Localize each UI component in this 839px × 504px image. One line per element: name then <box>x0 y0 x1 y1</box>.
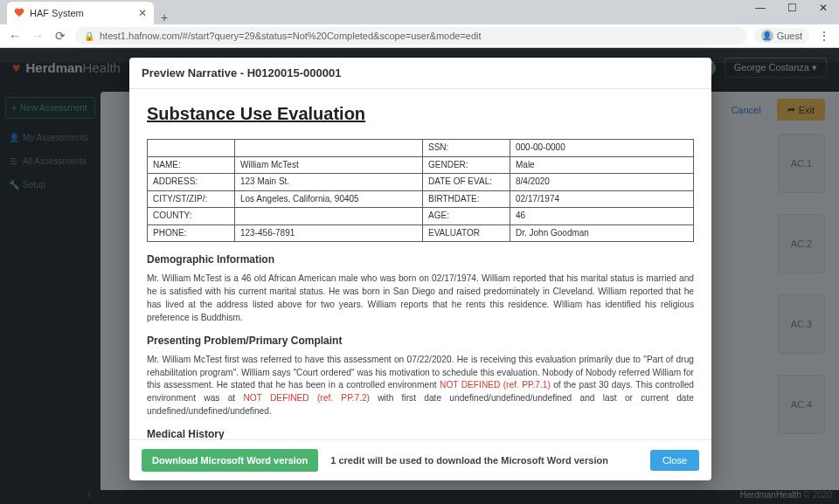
table-cell: COUNTY: <box>148 208 235 225</box>
table-cell: 02/17/1974 <box>510 190 694 208</box>
url-text: htest1.hafnow.com/#/start?query=29&statu… <box>100 31 482 41</box>
table-cell: PHONE: <box>148 224 235 242</box>
section-heading-medical: Medical History <box>147 427 694 439</box>
table-cell: ADDRESS: <box>148 174 235 191</box>
download-word-button[interactable]: Download Microsoft Word version <box>142 449 318 472</box>
table-cell: William McTest <box>235 156 423 174</box>
patient-info-table: SSN:000-00-0000NAME:William McTestGENDER… <box>147 139 694 242</box>
demographic-paragraph: Mr. William McTest is a 46 old African A… <box>147 273 694 324</box>
app-footer: HerdmanHealth © 2020 <box>740 490 832 504</box>
not-defined-ref: NOT DEFINED (ref. PP.7.1) <box>440 380 551 390</box>
table-row: CITY/ST/ZIP/:Los Angeles, California, 90… <box>148 190 694 208</box>
sidebar-item-label: All Assessments <box>23 156 87 166</box>
table-cell: BIRTHDATE: <box>423 190 510 208</box>
close-button[interactable]: Close <box>650 450 699 471</box>
browser-chrome: — ☐ ✕ HAF System ✕ + ← → ⟳ 🔒 htest1.hafn… <box>0 0 839 48</box>
table-cell: Male <box>510 156 694 174</box>
address-row: ← → ⟳ 🔒 htest1.hafnow.com/#/start?query=… <box>0 24 839 48</box>
table-cell: 46 <box>510 208 694 225</box>
user-menu-button[interactable]: George Costanza ▾ <box>725 58 827 78</box>
modal-footer: Download Microsoft Word version 1 credit… <box>129 439 711 480</box>
table-cell: Dr. John Goodman <box>510 224 694 242</box>
window-controls: — ☐ ✕ <box>748 2 836 14</box>
ac-card[interactable]: AC.3 <box>778 294 825 354</box>
table-row: ADDRESS:123 Main St.DATE OF EVAL:8/4/202… <box>148 174 694 191</box>
guest-profile[interactable]: 👤 Guest <box>754 28 809 44</box>
window-maximize[interactable]: ☐ <box>780 2 804 14</box>
section-heading-demographic: Demographic Information <box>147 252 694 267</box>
footer-year: © 2020 <box>804 490 832 500</box>
plus-icon: + <box>11 103 17 113</box>
table-row: COUNTY:AGE:46 <box>148 208 694 225</box>
avatar-icon: 👤 <box>761 30 773 42</box>
tab-strip: HAF System ✕ + <box>0 0 839 24</box>
table-cell: 123 Main St. <box>235 174 423 191</box>
new-tab-button[interactable]: + <box>154 10 175 24</box>
table-cell: DATE OF EVAL: <box>423 174 510 191</box>
modal-record-id: H0120015-000001 <box>247 66 342 79</box>
exit-icon: ➦ <box>787 104 795 115</box>
wrench-icon: 🔧 <box>9 180 17 190</box>
table-cell: SSN: <box>423 140 510 157</box>
sidebar: + New Assessment 👤 My Assessments ☰ All … <box>0 88 101 490</box>
cancel-button[interactable]: Cancel <box>722 99 769 121</box>
ac-card[interactable]: AC.2 <box>778 214 825 273</box>
new-assessment-label: New Assessment <box>20 103 87 113</box>
table-cell: Los Angeles, California, 90405 <box>235 190 423 208</box>
section-heading-presenting: Presenting Problem/Primary Complaint <box>147 334 694 349</box>
table-cell: 8/4/2020 <box>510 174 694 191</box>
window-close[interactable]: ✕ <box>811 2 836 14</box>
browser-menu-icon[interactable]: ⋮ <box>816 29 832 43</box>
ac-card[interactable]: AC.4 <box>778 375 825 434</box>
tab-title: HAF System <box>30 8 84 18</box>
table-cell: GENDER: <box>423 156 510 174</box>
table-cell: 123-456-7891 <box>235 224 423 242</box>
table-cell <box>235 140 423 157</box>
guest-label: Guest <box>777 31 802 41</box>
sidebar-collapse-icon[interactable]: ‹ <box>87 488 91 501</box>
table-cell: EVALUATOR <box>423 224 510 242</box>
browser-tab[interactable]: HAF System ✕ <box>7 2 154 24</box>
sidebar-item-all-assessments[interactable]: ☰ All Assessments <box>5 149 95 173</box>
tab-favicon-icon <box>14 8 24 18</box>
lock-icon: 🔒 <box>84 31 94 41</box>
tab-close-icon[interactable]: ✕ <box>138 7 147 19</box>
table-row: PHONE:123-456-7891EVALUATORDr. John Good… <box>148 224 694 242</box>
table-cell: AGE: <box>423 208 510 225</box>
sidebar-item-my-assessments[interactable]: 👤 My Assessments <box>5 126 95 149</box>
exit-button[interactable]: ➦ Exit <box>777 99 825 121</box>
table-row: NAME:William McTestGENDER:Male <box>148 156 694 174</box>
sidebar-item-label: Setup <box>23 180 45 190</box>
ac-stack: AC.1 AC.2 AC.3 AC.4 <box>778 134 825 455</box>
nav-forward-icon[interactable]: → <box>30 29 45 43</box>
brand[interactable]: ♥ HerdmanHealth <box>12 60 121 76</box>
sidebar-item-label: My Assessments <box>23 133 88 142</box>
list-icon: ☰ <box>9 156 17 166</box>
table-cell <box>235 208 423 225</box>
download-credit-note: 1 credit will be used to download the Mi… <box>330 455 608 466</box>
table-cell: CITY/ST/ZIP/: <box>148 190 235 208</box>
nav-reload-icon[interactable]: ⟳ <box>52 29 68 43</box>
modal-header: Preview Narrative - H0120015-000001 <box>129 58 711 89</box>
brand-heart-icon: ♥ <box>12 60 21 76</box>
brand-text-sub: Health <box>83 60 121 75</box>
not-defined-ref: NOT DEFINED (ref. PP.7.2) <box>243 393 370 403</box>
modal-body[interactable]: Substance Use Evaluation SSN:000-00-0000… <box>129 89 711 439</box>
presenting-paragraph: Mr. William McTest first was referred to… <box>147 354 694 418</box>
window-minimize[interactable]: — <box>748 2 773 14</box>
address-bar[interactable]: 🔒 htest1.hafnow.com/#/start?query=29&sta… <box>75 27 747 45</box>
document-title: Substance Use Evaluation <box>147 101 694 127</box>
person-icon: 👤 <box>9 133 17 142</box>
ac-card[interactable]: AC.1 <box>778 134 825 193</box>
table-row: SSN:000-00-0000 <box>148 140 694 157</box>
table-cell: NAME: <box>148 156 235 174</box>
modal-header-prefix: Preview Narrative - <box>142 66 247 79</box>
table-cell <box>148 140 235 157</box>
sidebar-item-setup[interactable]: 🔧 Setup <box>5 173 95 197</box>
new-assessment-button[interactable]: + New Assessment <box>5 97 95 119</box>
table-cell: 000-00-0000 <box>510 140 694 157</box>
brand-text-main: Herdman <box>26 60 83 75</box>
nav-back-icon[interactable]: ← <box>7 29 23 43</box>
footer-brand: HerdmanHealth <box>740 490 801 500</box>
exit-label: Exit <box>799 105 815 115</box>
